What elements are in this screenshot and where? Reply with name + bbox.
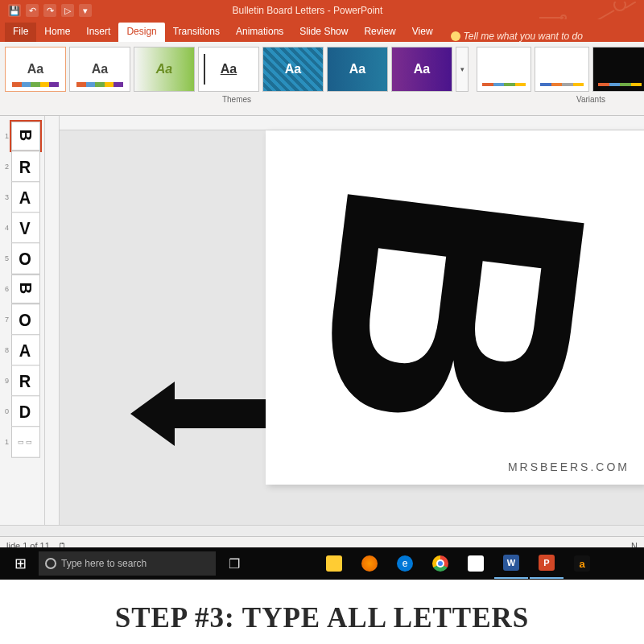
word-icon: W [503, 555, 519, 571]
svg-point-0 [614, 2, 625, 10]
word-button[interactable]: W [494, 548, 528, 579]
start-button[interactable]: ⊞ [3, 548, 37, 579]
powerpoint-icon: P [539, 555, 555, 571]
slide-thumbnail-panel[interactable]: 1B 2R 3A 4V 5O 6B 7O 8A 9R 0D 1▭▭ [0, 116, 45, 525]
tab-animations[interactable]: Animations [228, 23, 291, 42]
slide-thumbnail[interactable]: 1▭▭ [0, 427, 44, 457]
theme-thumbnail[interactable]: Aa [5, 47, 66, 92]
tab-transitions[interactable]: Transitions [165, 23, 228, 42]
taskbar-search[interactable]: Type here to search [39, 551, 216, 576]
variants-group: Variants [477, 47, 644, 104]
slide-thumbnail[interactable]: 9R [0, 365, 44, 396]
file-explorer-button[interactable] [317, 548, 351, 579]
svg-text:B: B [266, 163, 644, 450]
tab-slideshow[interactable]: Slide Show [291, 23, 356, 42]
status-bar: lide 1 of 11 🗒 N [0, 536, 644, 547]
start-icon[interactable]: ▷ [61, 4, 74, 17]
quick-access-toolbar: 💾 ↶ ↷ ▷ ▾ [0, 1, 100, 20]
firefox-button[interactable] [353, 548, 386, 579]
ribbon-tabs: File Home Insert Design Transitions Anim… [0, 21, 644, 42]
themes-group: Aa Aa Aa Aa Aa Aa Aa ▾ Themes [5, 47, 469, 104]
theme-thumbnail[interactable]: Aa [262, 47, 324, 92]
theme-thumbnail[interactable]: Aa [327, 47, 388, 92]
chrome-button[interactable] [423, 548, 457, 579]
qat-more-icon[interactable]: ▾ [79, 4, 92, 17]
theme-thumbnail[interactable]: Aa [391, 47, 452, 92]
themes-label: Themes [5, 95, 469, 104]
slide-thumbnail[interactable]: 3A [0, 182, 44, 213]
windows-logo-icon: ⊞ [14, 555, 27, 572]
undo-icon[interactable]: ↶ [26, 4, 39, 17]
cortana-circle-icon [45, 558, 56, 569]
variant-thumbnail[interactable] [477, 47, 531, 92]
slide-thumbnail[interactable]: 0D [0, 396, 44, 427]
store-icon: 🛍 [468, 555, 484, 572]
slide-thumbnail[interactable]: 6B [0, 274, 44, 304]
search-placeholder: Type here to search [61, 558, 147, 569]
firefox-icon [361, 555, 378, 572]
themes-more-button[interactable]: ▾ [456, 47, 469, 92]
window-title: Bulletin Board Letters - PowerPoint [100, 5, 515, 16]
title-decoration [515, 0, 644, 21]
horizontal-ruler [60, 116, 644, 130]
chrome-icon [432, 555, 448, 572]
title-bar: 💾 ↶ ↷ ▷ ▾ Bulletin Board Letters - Power… [0, 0, 644, 21]
ribbon-body: Aa Aa Aa Aa Aa Aa Aa ▾ Themes Variants [0, 42, 644, 116]
theme-thumbnail[interactable]: Aa [198, 47, 259, 92]
tab-home[interactable]: Home [36, 23, 78, 42]
task-view-button[interactable]: ❐ [217, 548, 251, 579]
notes-indicator-icon[interactable]: 🗒 [58, 541, 67, 548]
notes-button[interactable]: N [631, 541, 638, 548]
tell-me-search[interactable]: Tell me what you want to do [451, 31, 583, 42]
amazon-icon: a [574, 555, 590, 572]
windows-taskbar: ⊞ Type here to search ❐ e 🛍 W P a [0, 547, 644, 580]
folder-icon [326, 555, 342, 572]
lightbulb-icon [451, 31, 460, 41]
watermark-text: MRSBEERS.COM [508, 460, 630, 473]
edge-icon: e [397, 555, 413, 572]
powerpoint-button[interactable]: P [530, 548, 564, 579]
redo-icon[interactable]: ↷ [43, 4, 56, 17]
vertical-ruler [45, 116, 60, 525]
horizontal-scrollbar[interactable] [0, 525, 644, 536]
slide-canvas-area: B MRSBEERS.COM [60, 116, 644, 525]
tab-view[interactable]: View [404, 23, 441, 42]
edge-button[interactable]: e [388, 548, 422, 579]
tell-me-label: Tell me what you want to do [464, 31, 583, 42]
tab-design[interactable]: Design [118, 23, 164, 42]
variant-thumbnail[interactable] [535, 47, 589, 92]
step-caption: STEP #3: TYPE ALL LETTERS [0, 580, 644, 634]
task-view-icon: ❐ [229, 556, 240, 572]
save-icon[interactable]: 💾 [8, 4, 21, 17]
slide-canvas[interactable]: B MRSBEERS.COM [266, 130, 644, 485]
theme-thumbnail[interactable]: Aa [134, 47, 195, 92]
slide-thumbnail[interactable]: 2R [0, 151, 44, 182]
powerpoint-window: 💾 ↶ ↷ ▷ ▾ Bulletin Board Letters - Power… [0, 0, 644, 547]
variant-thumbnail[interactable] [592, 47, 644, 92]
slide-thumbnail[interactable]: 4V [0, 213, 44, 243]
slide-thumbnail[interactable]: 5O [0, 243, 44, 274]
amazon-button[interactable]: a [565, 548, 599, 579]
slide-thumbnail[interactable]: 7O [0, 304, 44, 335]
slide-counter: lide 1 of 11 [6, 541, 50, 548]
tab-file[interactable]: File [5, 23, 36, 42]
variants-label: Variants [477, 95, 644, 104]
svg-marker-2 [130, 382, 287, 446]
slide-thumbnail[interactable]: 8A [0, 335, 44, 365]
theme-thumbnail[interactable]: Aa [69, 47, 130, 92]
tab-insert[interactable]: Insert [78, 23, 118, 42]
store-button[interactable]: 🛍 [459, 548, 493, 579]
workspace: 1B 2R 3A 4V 5O 6B 7O 8A 9R 0D 1▭▭ B [0, 116, 644, 525]
slide-thumbnail[interactable]: 1B [0, 121, 44, 151]
tab-review[interactable]: Review [356, 23, 403, 42]
slide-letter-b: B [266, 130, 644, 485]
